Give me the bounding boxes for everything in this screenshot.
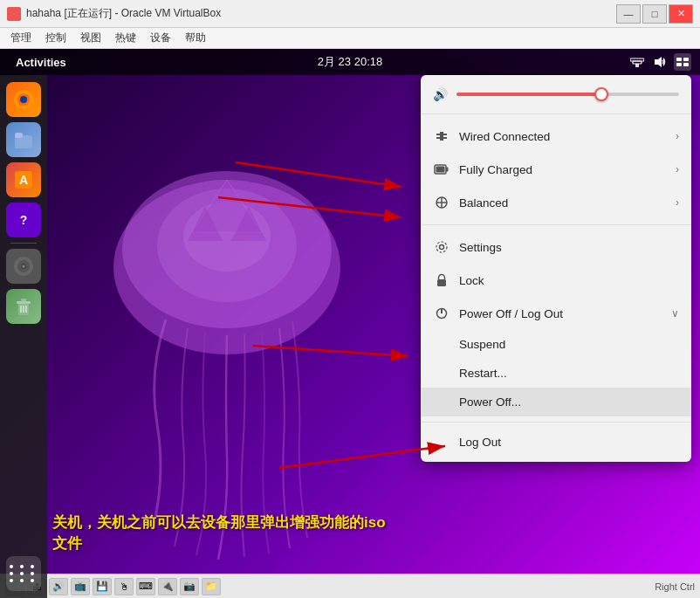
dock-firefox[interactable]: [6, 82, 41, 117]
wired-arrow: ›: [676, 130, 679, 142]
menu-hotkey[interactable]: 热键: [110, 29, 141, 47]
volume-thumb[interactable]: [594, 87, 608, 101]
svg-text:A: A: [19, 173, 28, 187]
svg-point-49: [436, 242, 447, 252]
lock-item[interactable]: Lock: [421, 264, 691, 297]
status-display[interactable]: 📺: [71, 578, 90, 595]
volume-row-icon: 🔊: [433, 87, 448, 101]
logout-section: Log Out: [421, 422, 691, 462]
poweroff-item[interactable]: Power Off / Log Out ∨: [421, 297, 691, 330]
gnome-topbar: Activities 2月 23 20:18: [0, 49, 700, 75]
svg-rect-18: [676, 63, 682, 66]
jellyfish-background: [52, 75, 419, 564]
vbox-statusbar: 💿 🖧 🔊 📺 💾 🖱 ⌨ 🔌 📷 📁 Right Ctrl: [0, 574, 700, 598]
restart-item[interactable]: Restart...: [421, 359, 691, 388]
volume-row: 🔊: [421, 80, 691, 108]
window-controls: — □ ✕: [616, 4, 693, 24]
settings-item[interactable]: Settings: [421, 230, 691, 264]
wired-icon: [433, 127, 450, 145]
menu-manage[interactable]: 管理: [5, 29, 37, 47]
poweroff-label: Power Off / Log Out: [459, 307, 671, 320]
dock-appstore[interactable]: A: [6, 162, 41, 197]
svg-marker-15: [655, 57, 662, 67]
volume-icon[interactable]: [651, 53, 669, 71]
svg-text:?: ?: [20, 213, 28, 227]
maximize-button[interactable]: □: [642, 4, 667, 24]
battery-icon: [433, 161, 450, 178]
dock-separator: [10, 243, 37, 244]
menu-devices[interactable]: 设备: [145, 29, 176, 47]
bottom-text-line1: 关机，关机之前可以去设备那里弹出增强功能的iso: [52, 512, 691, 533]
svg-point-32: [23, 265, 25, 268]
ubuntu-desktop: Activities 2月 23 20:18: [0, 49, 700, 598]
lock-label: Lock: [459, 274, 679, 287]
svg-rect-14: [630, 58, 644, 61]
wired-label: Wired Connected: [459, 130, 676, 143]
suspend-item[interactable]: Suspend: [421, 330, 691, 359]
close-button[interactable]: ✕: [669, 4, 693, 24]
balanced-icon: [433, 194, 450, 211]
settings-label: Settings: [459, 241, 679, 254]
svg-point-48: [440, 245, 444, 250]
status-usb[interactable]: 🔌: [158, 578, 177, 595]
menu-view[interactable]: 视图: [75, 29, 106, 47]
svg-rect-17: [683, 58, 689, 61]
menu-control[interactable]: 控制: [40, 29, 72, 47]
poweroff-icon: [433, 305, 450, 322]
menubar: 管理 控制 视图 热键 设备 帮助: [0, 28, 700, 49]
status-section: Wired Connected › Fully Charged ›: [421, 113, 691, 224]
activities-button[interactable]: Activities: [9, 56, 73, 69]
battery-item[interactable]: Fully Charged ›: [421, 153, 691, 186]
settings-icon: [433, 238, 450, 256]
volume-slider[interactable]: [456, 93, 679, 96]
status-shared[interactable]: 📁: [202, 578, 221, 595]
svg-rect-44: [436, 167, 445, 173]
status-audio[interactable]: 🔊: [49, 578, 68, 595]
svg-rect-24: [15, 133, 23, 138]
apps-grid-icon: [10, 565, 38, 582]
volume-section: 🔊: [421, 75, 691, 113]
status-storage1[interactable]: 💾: [93, 578, 112, 595]
battery-arrow: ›: [676, 163, 679, 175]
dock-trash[interactable]: [6, 289, 41, 324]
status-capture[interactable]: 📷: [180, 578, 199, 595]
bottom-text-line2: 文件: [52, 533, 691, 554]
dock-files[interactable]: [6, 122, 41, 157]
svg-rect-16: [676, 58, 682, 61]
status-mouse[interactable]: 🖱: [114, 578, 134, 595]
topbar-right-icons: [628, 53, 691, 71]
dock-apps-button[interactable]: [6, 556, 41, 591]
window-title: hahaha [正在运行] - Oracle VM VirtualBox: [26, 6, 616, 21]
svg-rect-50: [437, 279, 446, 286]
right-ctrl-label: Right Ctrl: [655, 581, 695, 592]
svg-rect-35: [21, 299, 26, 301]
svg-rect-41: [440, 132, 443, 141]
status-keyboard[interactable]: ⌨: [136, 578, 155, 595]
svg-rect-19: [683, 63, 689, 66]
poweroff-action-item[interactable]: Power Off...: [421, 388, 691, 416]
battery-label: Fully Charged: [459, 163, 676, 176]
svg-rect-34: [17, 301, 31, 304]
dock-optical[interactable]: [6, 249, 41, 284]
system-menu-popup: 🔊 Wired Connected ›: [421, 75, 691, 462]
lock-icon: [433, 272, 450, 289]
titlebar: hahaha [正在运行] - Oracle VM VirtualBox — □…: [0, 0, 700, 28]
app-icon: [7, 7, 21, 21]
poweroff-arrow: ∨: [671, 307, 679, 320]
dock-help[interactable]: ?: [6, 203, 41, 237]
actions-section: Settings Lock Power Off: [421, 224, 691, 422]
volume-fill: [456, 93, 601, 96]
gnome-dock: A ?: [0, 75, 47, 598]
logout-item[interactable]: Log Out: [421, 428, 691, 457]
wired-connected-item[interactable]: Wired Connected ›: [421, 120, 691, 153]
balanced-item[interactable]: Balanced ›: [421, 186, 691, 219]
network-icon[interactable]: [628, 53, 646, 71]
balanced-arrow: ›: [676, 196, 679, 209]
bottom-annotation-text: 关机，关机之前可以去设备那里弹出增强功能的iso 文件: [52, 512, 691, 554]
menu-help[interactable]: 帮助: [180, 29, 211, 47]
system-menu-icon[interactable]: [674, 53, 691, 71]
balanced-label: Balanced: [459, 196, 676, 210]
svg-point-22: [20, 96, 27, 103]
topbar-clock: 2月 23 20:18: [318, 54, 382, 70]
minimize-button[interactable]: —: [616, 4, 641, 24]
